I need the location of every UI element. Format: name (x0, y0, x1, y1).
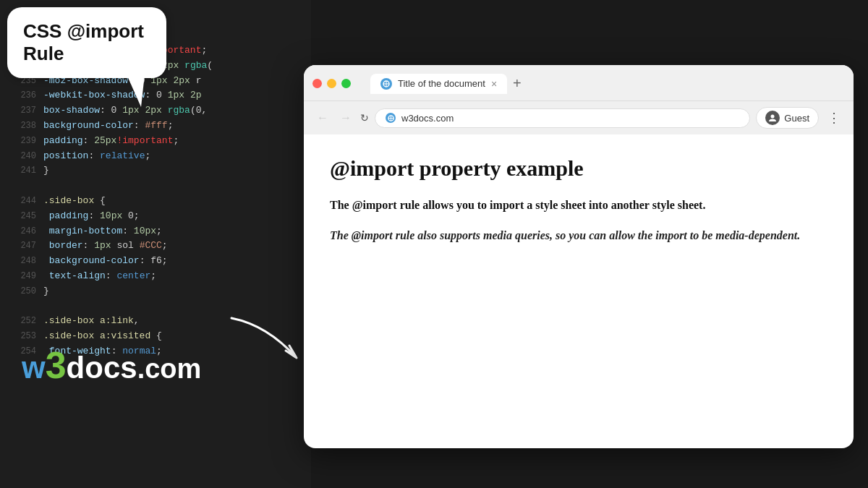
speech-line2: Rule (23, 43, 64, 64)
browser-menu-button[interactable]: ⋮ (825, 108, 843, 127)
page-heading: @import property example (330, 156, 827, 181)
page-paragraph-1: The @import rule allows you to import a … (330, 197, 827, 214)
forward-button[interactable]: → (337, 110, 354, 126)
url-text: w3docs.com (401, 113, 454, 124)
logo-3: 3 (46, 344, 67, 386)
guest-label: Guest (784, 113, 809, 124)
address-row: ← → ↻ w3docs.com Guest ⋮ (304, 101, 854, 134)
logo-docs: docs (67, 351, 137, 385)
code-content: 233border-bottom: 0px!important; 234-o-b… (14, 43, 213, 359)
address-favicon (386, 113, 396, 123)
tab-close-button[interactable]: × (491, 78, 497, 90)
tab-favicon (380, 78, 392, 90)
traffic-lights: Title of the document × + (312, 72, 845, 95)
guest-icon (765, 111, 780, 125)
speech-bubble-title: CSS @import Rule (23, 20, 150, 65)
browser-chrome: Title of the document × + (304, 65, 854, 101)
arrow-pointer (224, 311, 311, 369)
maximize-button[interactable] (341, 79, 351, 88)
page-paragraph-2: The @import rule also supports media que… (330, 227, 827, 244)
refresh-button[interactable]: ↻ (360, 112, 369, 124)
address-bar[interactable]: w3docs.com (375, 108, 750, 128)
minimize-button[interactable] (327, 79, 336, 88)
back-button[interactable]: ← (314, 110, 331, 126)
svg-point-6 (771, 115, 775, 119)
browser-tab[interactable]: Title of the document × (370, 74, 507, 94)
guest-button[interactable]: Guest (756, 107, 819, 129)
tab-title: Title of the document (398, 78, 485, 89)
new-tab-button[interactable]: + (507, 72, 527, 95)
speech-line1: CSS @import (23, 20, 144, 42)
logo-com: .com (137, 354, 202, 384)
logo-w: w (22, 351, 46, 385)
speech-bubble: CSS @import Rule (7, 7, 166, 78)
page-content: @import property example The @import rul… (304, 134, 854, 266)
close-button[interactable] (312, 79, 322, 88)
browser-window: Title of the document × + ← → ↻ w3docs.c… (304, 65, 854, 448)
w3docs-logo: w3docs.com (22, 343, 201, 387)
